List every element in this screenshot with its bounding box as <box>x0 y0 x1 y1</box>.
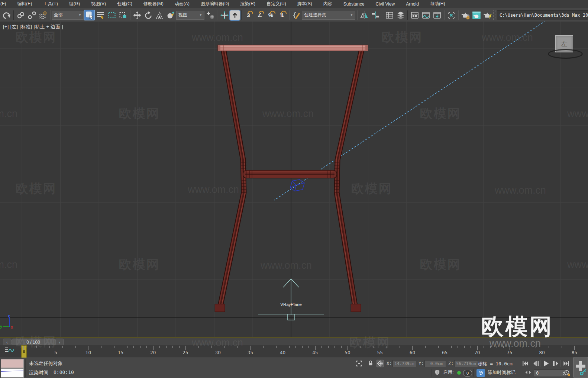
edit-named-selection-sets-button[interactable]: { <box>291 10 301 20</box>
timeline-ruler[interactable]: 0 510152025303540455055606570758085 <box>0 345 588 358</box>
render-setup-button[interactable] <box>460 10 471 20</box>
mini-curve-editor-button[interactable] <box>4 346 16 354</box>
ruler-tick <box>335 346 335 348</box>
coord-x-field[interactable]: 14.739cm <box>392 360 416 367</box>
bind-to-space-warp-button[interactable] <box>38 10 48 20</box>
ruler-tick <box>257 346 257 348</box>
menu-item-0[interactable]: 文件(F) <box>0 1 12 7</box>
add-time-tag-label[interactable]: 添加时间标记 <box>488 369 516 376</box>
status-divider <box>25 359 26 377</box>
macro-recorder-mini-listener[interactable] <box>1 359 24 368</box>
menu-item-7[interactable]: 动画(A) <box>169 1 195 7</box>
select-and-move-button[interactable] <box>132 10 142 20</box>
menu-item-16[interactable]: 帮助(H) <box>424 1 451 7</box>
add-time-tag-cube-icon[interactable] <box>476 369 485 377</box>
security-shield-icon[interactable] <box>434 369 440 376</box>
spinner-snap-toggle-button[interactable]: ⇅ <box>277 10 287 20</box>
previous-frame-arrow-button[interactable]: ‹ <box>3 339 11 346</box>
selection-lock-toggle[interactable] <box>367 360 374 366</box>
selection-filter-dropdown[interactable]: 全部▼ <box>52 11 84 20</box>
light-object-gizmo[interactable] <box>290 180 304 191</box>
axis-x-label: x <box>11 325 13 329</box>
angle-snap-toggle-button[interactable]: ∠ <box>254 10 265 20</box>
curve-editor-button[interactable] <box>420 10 431 20</box>
ruler-tick-label: 50 <box>345 350 350 355</box>
menu-item-4[interactable]: 视图(V) <box>85 1 112 7</box>
menu-item-1[interactable]: 编辑(E) <box>12 1 38 7</box>
select-and-place-button[interactable] <box>165 10 176 20</box>
rendered-frame-window-button[interactable] <box>471 10 482 20</box>
menu-item-10[interactable]: 自定义(U) <box>261 1 292 7</box>
ruler-tick-label: 65 <box>442 350 448 355</box>
material-editor-button[interactable] <box>446 10 456 20</box>
toggle-scene-explorer-button[interactable] <box>384 10 395 20</box>
table-frame-model[interactable] <box>215 45 368 312</box>
snap-toggle-3d-button[interactable]: 3 <box>243 10 254 20</box>
menu-item-2[interactable]: 工具(T) <box>38 1 63 7</box>
toggle-ribbon-button[interactable] <box>409 10 420 20</box>
next-frame-arrow-button[interactable]: › <box>55 339 64 346</box>
time-slider[interactable]: 0 / 100 <box>11 339 56 346</box>
menu-item-12[interactable]: 内容 <box>318 1 338 7</box>
previous-frame-button[interactable] <box>531 359 540 368</box>
current-frame-field[interactable]: 0▲▼ <box>534 369 566 377</box>
project-folder-field[interactable]: C:\Users\Han\Documents\3ds Max 2022▼ <box>497 10 588 20</box>
toggle-layer-explorer-button[interactable] <box>395 10 406 20</box>
menu-item-14[interactable]: Civil View <box>370 1 400 7</box>
ruler-tick <box>231 346 231 348</box>
render-production-button[interactable] <box>482 10 493 20</box>
unlink-button[interactable] <box>26 10 37 20</box>
align-button[interactable] <box>370 10 381 20</box>
percent-snap-toggle-button[interactable]: % <box>265 10 276 20</box>
menu-item-11[interactable]: 脚本(S) <box>292 1 318 7</box>
menu-item-13[interactable]: Substance <box>338 1 370 7</box>
security-count-badge[interactable]: 0 <box>463 370 472 377</box>
coord-y-field[interactable]: -0.0cm <box>424 360 446 367</box>
ruler-tick <box>341 346 342 348</box>
select-and-manipulate-button[interactable] <box>219 10 230 20</box>
go-to-end-button[interactable] <box>561 359 571 368</box>
ruler-tick <box>238 346 238 348</box>
link-button[interactable] <box>15 10 26 20</box>
viewport[interactable]: [+] [左] [标准] [粘土 + 边面 ] VRayPlane 左 y z … <box>0 22 588 337</box>
schematic-view-button[interactable] <box>432 10 442 20</box>
maxscript-mini-listener[interactable] <box>1 368 24 378</box>
viewport-label[interactable]: [+] [左] [标准] [粘土 + 边面 ] <box>3 24 63 30</box>
current-frame-marker[interactable]: 0 <box>21 345 27 358</box>
menu-item-9[interactable]: 渲染(R) <box>235 1 261 7</box>
ruler-tick <box>121 346 121 350</box>
menu-item-15[interactable]: Arnold <box>400 1 424 7</box>
window-crossing-toggle-button[interactable] <box>117 10 128 20</box>
select-and-scale-button[interactable] <box>154 10 165 20</box>
toolbar-drag-handle[interactable] <box>493 10 495 20</box>
redo-button[interactable] <box>1 10 12 20</box>
set-key-button[interactable] <box>573 357 588 378</box>
ruler-tick <box>224 346 225 348</box>
named-selection-sets-dropdown[interactable]: 创建选择集▼ <box>302 11 355 20</box>
isolate-selection-toggle[interactable] <box>355 360 363 367</box>
menu-item-8[interactable]: 图形编辑器(D) <box>195 1 235 7</box>
go-to-start-button[interactable] <box>520 359 530 368</box>
menu-item-5[interactable]: 创建(C) <box>112 1 138 7</box>
next-frame-button[interactable] <box>551 359 560 368</box>
keyboard-shortcut-override-toggle[interactable] <box>230 10 240 20</box>
toolbar-separator <box>356 10 358 20</box>
select-by-name-button[interactable] <box>95 10 106 20</box>
menu-item-6[interactable]: 修改器(M) <box>138 1 169 7</box>
absolute-offset-mode-toggle[interactable] <box>376 359 384 368</box>
ruler-tick <box>555 346 555 348</box>
play-animation-button[interactable] <box>541 359 550 368</box>
use-pivot-point-button[interactable] <box>205 10 216 20</box>
mirror-button[interactable] <box>359 10 369 20</box>
coord-z-field[interactable]: 56.719cm <box>454 360 478 367</box>
menu-item-3[interactable]: 组(G) <box>64 1 85 7</box>
select-object-button[interactable] <box>84 10 95 20</box>
vrayplane-gizmo[interactable] <box>258 279 324 320</box>
select-and-rotate-button[interactable] <box>143 10 154 20</box>
time-configuration-button[interactable] <box>563 369 571 377</box>
reference-coordinate-dropdown[interactable]: 视图▼ <box>176 11 204 20</box>
key-step-arrows[interactable] <box>525 370 532 375</box>
rectangular-selection-region-button[interactable] <box>106 10 117 20</box>
ruler-tick <box>477 346 478 350</box>
viewcube-compass-ring[interactable] <box>548 49 583 59</box>
